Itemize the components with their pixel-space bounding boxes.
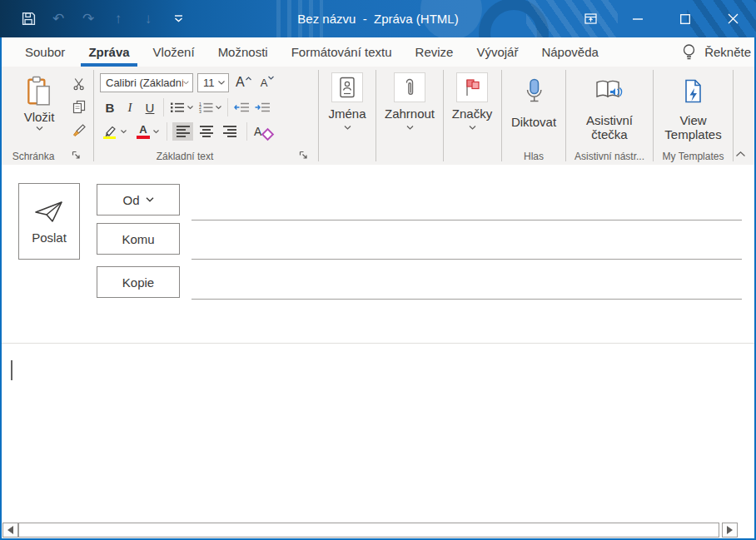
- names-menu-button[interactable]: Jména: [319, 67, 376, 165]
- tab-zprava[interactable]: Zpráva: [77, 37, 141, 67]
- immersive-reader-label: Asistivníčtečka: [586, 113, 633, 141]
- tab-moznosti[interactable]: Možnosti: [206, 37, 280, 67]
- grow-font-button[interactable]: A: [233, 72, 254, 92]
- title-bar: ↶ ↷ ↑ ↓ Bez názvu - Zpráva (HTML): [0, 0, 756, 37]
- tags-menu-button[interactable]: Značky: [444, 67, 500, 165]
- cc-button[interactable]: Kopie: [97, 266, 180, 298]
- numbering-button[interactable]: 1 2 3: [196, 97, 224, 117]
- tab-napoveda[interactable]: Nápověda: [530, 37, 609, 67]
- immersive-reader-button[interactable]: [595, 72, 624, 110]
- format-painter-button[interactable]: [68, 120, 90, 141]
- chevron-down-icon: [187, 106, 193, 110]
- view-templates-button[interactable]: [684, 72, 703, 110]
- text-highlight-button[interactable]: [100, 121, 129, 141]
- to-button[interactable]: Komu: [97, 223, 180, 255]
- font-color-button[interactable]: A: [134, 121, 162, 141]
- paste-button[interactable]: Vložit: [13, 71, 65, 142]
- send-button[interactable]: Poslat: [18, 183, 80, 260]
- ribbon-display-options-icon: [584, 13, 597, 24]
- bullets-button[interactable]: [167, 97, 196, 117]
- tab-revize[interactable]: Revize: [404, 37, 465, 67]
- minimize-icon: [633, 18, 643, 20]
- flag-icon: [463, 77, 481, 97]
- cut-button[interactable]: [68, 73, 90, 94]
- tab-vlozeni[interactable]: Vložení: [142, 37, 206, 67]
- highlighter-icon: [102, 125, 117, 139]
- close-icon: [728, 13, 739, 24]
- to-field[interactable]: [191, 223, 742, 256]
- decrease-indent-button[interactable]: [231, 97, 252, 117]
- include-label: Zahrnout: [385, 107, 435, 121]
- tab-vyvojar[interactable]: Vývojář: [465, 37, 530, 67]
- format-row: B I U 1 2 3: [100, 97, 273, 117]
- minimize-button[interactable]: [624, 0, 652, 37]
- dictate-button[interactable]: [525, 72, 544, 111]
- tags-label: Značky: [452, 107, 492, 121]
- from-label: Od: [122, 193, 139, 207]
- chevron-down-icon: [218, 81, 225, 85]
- svg-text:3: 3: [199, 109, 201, 113]
- numbered-list-icon: 1 2 3: [198, 102, 213, 113]
- collapse-ribbon-button[interactable]: [733, 148, 748, 160]
- to-field-underline: [191, 259, 742, 260]
- message-body-editor[interactable]: [2, 344, 754, 523]
- scroll-right-button[interactable]: [722, 523, 738, 538]
- letter-a: A: [236, 75, 245, 90]
- tab-label: Vložení: [153, 45, 195, 59]
- tab-label: Možnosti: [218, 45, 268, 59]
- align-center-button[interactable]: [196, 122, 216, 141]
- increase-indent-button[interactable]: [252, 97, 273, 117]
- tell-me-search[interactable]: Řekněte: [682, 37, 753, 67]
- include-menu-button[interactable]: Zahrnout: [376, 67, 443, 165]
- ribbon: Vložit: [2, 67, 754, 166]
- copy-button[interactable]: [68, 97, 90, 117]
- group-label-voice: Hlas: [502, 151, 565, 162]
- template-page-bolt-icon: [684, 79, 703, 103]
- dialog-launcher-icon: [72, 151, 81, 160]
- dialog-launcher-icon: [299, 151, 308, 160]
- cc-field[interactable]: [191, 266, 742, 300]
- from-button[interactable]: Od: [97, 184, 180, 216]
- cc-field-underline: [191, 299, 742, 300]
- icon-box: [394, 72, 425, 102]
- shrink-font-button[interactable]: A: [258, 72, 277, 92]
- from-field-underline: [191, 220, 742, 220]
- chevron-down-icon: [216, 106, 221, 110]
- separator: [167, 122, 167, 141]
- maximize-icon: [680, 14, 690, 24]
- microphone-icon: [525, 78, 544, 106]
- clipboard-small-buttons: [68, 73, 90, 141]
- group-label-clipboard: Schránka: [2, 151, 65, 162]
- eraser-diamond-icon: [261, 127, 275, 141]
- clipboard-dialog-launcher[interactable]: [70, 149, 82, 161]
- basic-text-dialog-launcher[interactable]: [297, 149, 310, 161]
- bold-button[interactable]: B: [100, 97, 120, 117]
- tab-label: Vývojář: [476, 45, 518, 59]
- align-left-button[interactable]: [172, 122, 193, 141]
- cc-label: Kopie: [122, 275, 154, 290]
- caret-down-icon: [268, 76, 274, 80]
- scissors-icon: [72, 77, 86, 91]
- tab-formatovani-textu[interactable]: Formátování textu: [280, 37, 404, 67]
- tab-soubor[interactable]: Soubor: [13, 37, 77, 67]
- clear-formatting-button[interactable]: A: [251, 121, 275, 141]
- scrollbar-thumb[interactable]: [18, 523, 719, 538]
- chevron-down-icon: [153, 130, 159, 134]
- underline-button[interactable]: U: [140, 97, 160, 117]
- italic-button[interactable]: I: [120, 97, 140, 117]
- ribbon-display-options-button[interactable]: [576, 0, 604, 37]
- subject-field[interactable]: [191, 308, 742, 333]
- close-button[interactable]: [719, 0, 747, 37]
- font-size-combobox[interactable]: 11: [197, 73, 229, 92]
- separator: [246, 122, 247, 141]
- names-label: Jména: [328, 107, 366, 121]
- maximize-button[interactable]: [671, 0, 699, 37]
- font-name-combobox[interactable]: Calibri (Základní te: [100, 73, 193, 92]
- color-align-row: A A: [100, 121, 275, 141]
- lightbulb-icon: [682, 43, 696, 62]
- align-right-button[interactable]: [219, 122, 240, 141]
- icon-box: [456, 72, 488, 102]
- scroll-left-button[interactable]: [2, 523, 18, 538]
- chevron-down-icon: [344, 126, 351, 130]
- from-field[interactable]: [191, 183, 742, 216]
